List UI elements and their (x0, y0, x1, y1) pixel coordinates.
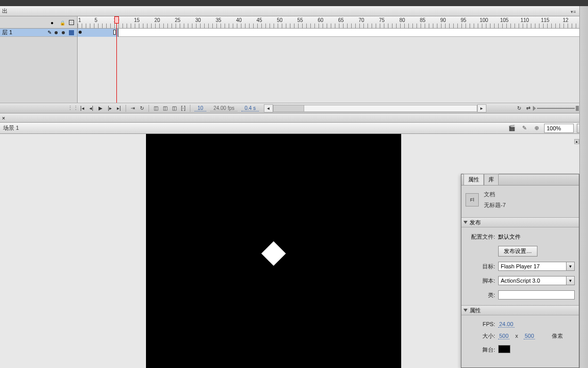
frame-span[interactable] (78, 29, 118, 37)
section-publish-header[interactable]: 发布 (461, 217, 579, 227)
center-stage-icon[interactable]: ⊕ (532, 124, 541, 132)
chevron-down-icon (463, 309, 468, 312)
visibility-icon[interactable] (51, 19, 57, 26)
fps-value[interactable]: 24.00 (498, 321, 514, 328)
zoom-slider[interactable] (533, 106, 579, 111)
scroll-up-button[interactable]: ▴ (574, 139, 579, 144)
panel-tabs: 属性 库 (461, 174, 579, 186)
target-label: 目标: (465, 263, 498, 270)
section-props-label: 属性 (470, 307, 481, 314)
zoom-select[interactable]: 100% (544, 124, 574, 133)
timeline-panel: 层 1 ✎ 1510152025303540455055606570758085… (0, 16, 588, 113)
pixel-unit: 像素 (536, 333, 563, 339)
link-icon[interactable]: ⇄ (524, 104, 533, 112)
playhead-marker-icon[interactable] (114, 16, 119, 24)
menubar[interactable]: 出 ▾≡ (0, 6, 588, 16)
edit-symbol-icon[interactable]: ✎ (520, 124, 529, 132)
lock-icon[interactable] (60, 19, 66, 26)
timeline-scrollbar[interactable] (273, 105, 477, 112)
timeline-ruler[interactable]: 1510152025303540455055606570758085909510… (78, 16, 588, 29)
fps-display[interactable]: 24.00 fps (210, 105, 237, 111)
fps-label: FPS: (465, 321, 498, 327)
dot-icon (62, 31, 65, 34)
document-icon: Fl (465, 193, 479, 206)
target-select[interactable]: Flash Player 17 ▼ (498, 262, 575, 271)
stage-color-swatch[interactable] (498, 345, 510, 353)
center-frame-button[interactable]: ⇥ (128, 104, 137, 112)
time-display: 0.4 s (241, 105, 259, 111)
target-value: Flash Player 17 (498, 262, 567, 271)
next-frame-button[interactable]: |▸ (105, 104, 114, 112)
first-frame-button[interactable]: |◂ (78, 104, 87, 112)
resize-grip-icon[interactable]: ⋮⋮ (67, 105, 78, 111)
modify-markers-button[interactable]: [·] (179, 104, 188, 112)
menu-item[interactable]: 出 (2, 7, 8, 15)
current-frame-display[interactable]: 10 (194, 105, 206, 111)
stage-color-label: 舞台: (465, 346, 498, 354)
loop-button[interactable]: ↻ (137, 104, 146, 112)
scene-label[interactable]: 场景 1 (3, 124, 507, 132)
scrollbar-thumb[interactable] (274, 105, 304, 111)
publish-settings-button[interactable]: 发布设置… (498, 246, 537, 257)
keyframe-end-icon[interactable] (113, 30, 116, 35)
refresh-icon[interactable]: ↻ (514, 104, 524, 112)
onion-skin-button[interactable]: ◫ (151, 104, 160, 112)
x-separator: x (511, 333, 522, 339)
prev-frame-button[interactable]: ◂| (87, 104, 96, 112)
scroll-right-button[interactable]: ▸ (477, 104, 486, 112)
scene-bar: 场景 1 🎬 ✎ ⊕ 100% ▼ (0, 123, 588, 134)
script-value: ActionScript 3.0 (498, 276, 567, 285)
properties-panel: 属性 库 Fl 文档 无标题-7 发布 配置文件: 默认文件 发布设置… 目标:… (461, 174, 579, 368)
frames-area[interactable]: 1510152025303540455055606570758085909510… (78, 16, 588, 103)
scroll-left-button[interactable]: ◂ (264, 104, 273, 112)
right-panel-strip[interactable] (579, 6, 588, 368)
section-publish-label: 发布 (470, 219, 481, 226)
doc-type-label: 文档 (484, 191, 506, 198)
collapse-icon[interactable]: ▾≡ (571, 9, 579, 15)
outline-icon[interactable] (69, 20, 74, 25)
zoom-value: 100% (547, 125, 561, 131)
doc-name: 无标题-7 (484, 201, 506, 209)
color-swatch-icon (69, 30, 74, 35)
section-props-header[interactable]: 属性 (461, 305, 579, 315)
tab-library[interactable]: 库 (484, 174, 499, 185)
layer-header (0, 16, 77, 29)
chevron-down-icon[interactable]: ▼ (567, 276, 575, 285)
profile-label: 配置文件: (465, 233, 498, 241)
height-value[interactable]: 500 (524, 333, 535, 339)
last-frame-button[interactable]: ▸| (114, 104, 124, 112)
play-button[interactable]: ▶ (96, 104, 105, 112)
playhead[interactable] (116, 16, 117, 103)
chevron-down-icon (463, 221, 468, 224)
script-select[interactable]: ActionScript 3.0 ▼ (498, 276, 575, 285)
size-label: 大小: (465, 332, 498, 340)
onion-skin-outline-button[interactable]: ◫ (160, 104, 169, 112)
class-input[interactable] (498, 290, 575, 300)
layer-label: 层 1 (2, 29, 12, 36)
app-titlebar (0, 0, 588, 6)
layer-column: 层 1 ✎ (0, 16, 78, 103)
edit-multiple-button[interactable]: ◫ (169, 104, 179, 112)
class-label: 类: (465, 291, 498, 299)
pencil-icon: ✎ (47, 30, 52, 35)
frame-track[interactable] (78, 29, 588, 37)
tab-properties[interactable]: 属性 (463, 174, 484, 185)
layer-row[interactable]: 层 1 ✎ (0, 29, 77, 37)
close-tab-button[interactable]: × (0, 115, 7, 121)
chevron-down-icon[interactable]: ▼ (567, 262, 575, 271)
script-label: 脚本: (465, 277, 498, 285)
width-value[interactable]: 500 (498, 333, 509, 339)
keyframe-icon[interactable] (79, 31, 82, 34)
document-tab-row: × (0, 113, 588, 123)
timeline-footer: ⋮⋮ |◂ ◂| ▶ |▸ ▸| ⇥ ↻ ◫ ◫ ◫ [·] 10 24.00 … (0, 103, 588, 113)
dot-icon (55, 31, 58, 34)
edit-scene-icon[interactable]: 🎬 (507, 124, 517, 132)
profile-value: 默认文件 (498, 233, 575, 241)
